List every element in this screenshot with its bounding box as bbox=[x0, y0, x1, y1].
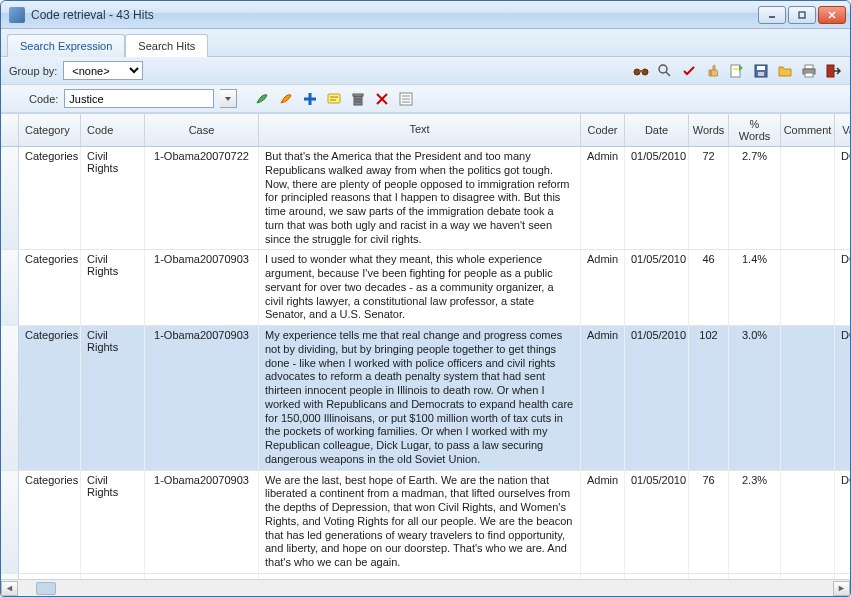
svg-rect-10 bbox=[733, 68, 738, 70]
cell-text: But that's the America that the Presiden… bbox=[259, 147, 581, 249]
col-case[interactable]: Case bbox=[145, 114, 259, 146]
results-grid: Category Code Case Text Coder Date Words… bbox=[1, 113, 850, 596]
cell-category: Categories bbox=[19, 326, 81, 470]
tab-search-hits[interactable]: Search Hits bbox=[125, 34, 208, 57]
svg-rect-20 bbox=[328, 94, 340, 103]
svg-rect-12 bbox=[757, 66, 765, 70]
toolbar-top: Group by: <none> bbox=[1, 57, 850, 85]
col-comment[interactable]: Comment bbox=[781, 114, 835, 146]
exit-icon[interactable] bbox=[824, 62, 842, 80]
col-date[interactable]: Date bbox=[625, 114, 689, 146]
svg-rect-17 bbox=[827, 65, 834, 77]
col-var[interactable]: Var bbox=[835, 114, 850, 146]
titlebar: Code retrieval - 43 Hits bbox=[1, 1, 850, 29]
leaf-orange-icon[interactable] bbox=[277, 90, 295, 108]
svg-rect-13 bbox=[758, 72, 764, 76]
print-icon[interactable] bbox=[800, 62, 818, 80]
cell-code: Civil Rights bbox=[81, 471, 145, 573]
cell-words: 46 bbox=[689, 250, 729, 325]
scroll-left-icon[interactable]: ◄ bbox=[1, 581, 18, 596]
svg-point-7 bbox=[659, 65, 667, 73]
table-row[interactable]: CategoriesCivil Rights1-Obama20070903I u… bbox=[1, 250, 850, 326]
cell-pct: 2.7% bbox=[729, 147, 781, 249]
row-handle[interactable] bbox=[1, 147, 19, 249]
folder-icon[interactable] bbox=[776, 62, 794, 80]
plus-icon[interactable] bbox=[301, 90, 319, 108]
col-code[interactable]: Code bbox=[81, 114, 145, 146]
cell-var: DOC bbox=[835, 147, 850, 249]
cell-comment bbox=[781, 326, 835, 470]
col-coder[interactable]: Coder bbox=[581, 114, 625, 146]
cell-var: DOC bbox=[835, 326, 850, 470]
tab-bar: Search Expression Search Hits bbox=[1, 29, 850, 57]
toolbar-code: Code: bbox=[1, 85, 850, 113]
cut-icon[interactable] bbox=[373, 90, 391, 108]
col-category[interactable]: Category bbox=[19, 114, 81, 146]
horizontal-scrollbar[interactable]: ◄ ► bbox=[1, 579, 850, 596]
cell-code: Civil Rights bbox=[81, 250, 145, 325]
cell-category: Categories bbox=[19, 147, 81, 249]
code-input[interactable] bbox=[64, 89, 214, 108]
grid-body[interactable]: CategoriesCivil Rights1-Obama20070722But… bbox=[1, 147, 850, 579]
cell-case: 1-Obama20070722 bbox=[145, 147, 259, 249]
table-row[interactable]: CategoriesCivil Rights1-Obama20070903My … bbox=[1, 326, 850, 471]
window-title: Code retrieval - 43 Hits bbox=[31, 8, 758, 22]
cell-category: Categories bbox=[19, 250, 81, 325]
cell-date: 01/05/2010 bbox=[625, 250, 689, 325]
cell-text: My experience tells me that real change … bbox=[259, 326, 581, 470]
zoom-icon[interactable] bbox=[656, 62, 674, 80]
cell-case: 1-Obama20070903 bbox=[145, 326, 259, 470]
cell-words: 76 bbox=[689, 471, 729, 573]
col-text[interactable]: Text bbox=[259, 114, 581, 146]
delete-icon[interactable] bbox=[349, 90, 367, 108]
svg-rect-6 bbox=[639, 70, 643, 72]
col-pct-words[interactable]: % Words bbox=[729, 114, 781, 146]
scroll-thumb[interactable] bbox=[36, 582, 56, 595]
thumb-icon[interactable] bbox=[704, 62, 722, 80]
tab-search-expression[interactable]: Search Expression bbox=[7, 34, 125, 57]
col-rowhandle[interactable] bbox=[1, 114, 19, 146]
minimize-button[interactable] bbox=[758, 6, 786, 24]
save-icon[interactable] bbox=[752, 62, 770, 80]
app-icon bbox=[9, 7, 25, 23]
cell-date: 01/05/2010 bbox=[625, 147, 689, 249]
svg-line-8 bbox=[666, 72, 670, 76]
cell-words: 72 bbox=[689, 147, 729, 249]
cell-comment bbox=[781, 147, 835, 249]
cell-coder: Admin bbox=[581, 471, 625, 573]
cell-pct: 2.3% bbox=[729, 471, 781, 573]
row-handle[interactable] bbox=[1, 326, 19, 470]
check-icon[interactable] bbox=[680, 62, 698, 80]
cell-case: 1-Obama20070903 bbox=[145, 471, 259, 573]
row-handle[interactable] bbox=[1, 250, 19, 325]
cell-comment bbox=[781, 250, 835, 325]
cell-code: Civil Rights bbox=[81, 326, 145, 470]
code-label: Code: bbox=[9, 93, 58, 105]
highlight-icon[interactable] bbox=[728, 62, 746, 80]
code-dropdown-button[interactable] bbox=[220, 89, 237, 108]
svg-rect-24 bbox=[353, 94, 363, 96]
cell-coder: Admin bbox=[581, 250, 625, 325]
binoculars-icon[interactable] bbox=[632, 62, 650, 80]
cell-case: 1-Obama20070903 bbox=[145, 250, 259, 325]
scroll-right-icon[interactable]: ► bbox=[833, 581, 850, 596]
table-row[interactable]: CategoriesCivil Rights1-Obama20070722But… bbox=[1, 147, 850, 250]
col-words[interactable]: Words bbox=[689, 114, 729, 146]
list-icon[interactable] bbox=[397, 90, 415, 108]
close-button[interactable] bbox=[818, 6, 846, 24]
maximize-button[interactable] bbox=[788, 6, 816, 24]
grid-header: Category Code Case Text Coder Date Words… bbox=[1, 114, 850, 147]
window-controls bbox=[758, 6, 846, 24]
cell-category: Categories bbox=[19, 471, 81, 573]
svg-rect-14 bbox=[805, 65, 813, 69]
row-handle[interactable] bbox=[1, 471, 19, 573]
leaf-green-icon[interactable] bbox=[253, 90, 271, 108]
cell-var: DOC bbox=[835, 471, 850, 573]
cell-comment bbox=[781, 471, 835, 573]
group-by-label: Group by: bbox=[9, 65, 57, 77]
group-by-select[interactable]: <none> bbox=[63, 61, 143, 80]
note-icon[interactable] bbox=[325, 90, 343, 108]
cell-coder: Admin bbox=[581, 326, 625, 470]
table-row[interactable]: CategoriesCivil Rights1-Obama20070903We … bbox=[1, 471, 850, 574]
cell-code: Civil Rights bbox=[81, 147, 145, 249]
